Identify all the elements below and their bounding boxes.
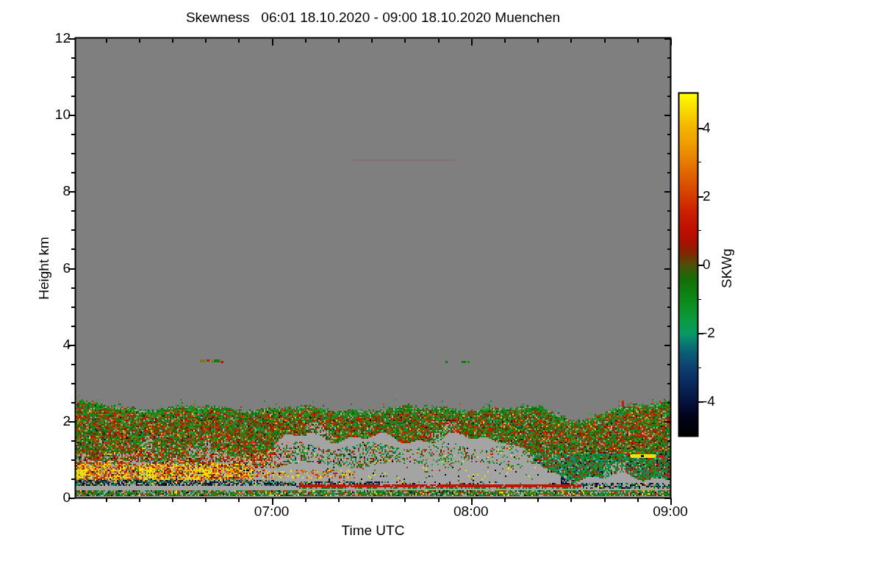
colorbar-tick-label: -2 xyxy=(703,326,735,340)
y-tick-label: 2 xyxy=(34,414,71,429)
colorbar-tick-label: 0 xyxy=(703,257,735,272)
x-axis-label: Time UTC xyxy=(76,523,670,539)
x-tick-label: 09:00 xyxy=(639,504,701,519)
y-tick-label: 8 xyxy=(34,184,71,198)
x-tick-label: 07:00 xyxy=(241,504,303,519)
y-tick-label: 12 xyxy=(34,31,71,46)
chart-title: Skewness 06:01 18.10.2020 - 09:00 18.10.… xyxy=(76,10,670,26)
y-tick-label: 0 xyxy=(34,490,71,505)
colorbar-tick-label: 2 xyxy=(703,189,735,204)
x-tick-label: 08:00 xyxy=(440,504,502,519)
colorbar-tick-label: -4 xyxy=(703,394,735,409)
y-tick-label: 10 xyxy=(34,107,71,122)
y-tick-label: 6 xyxy=(34,261,71,276)
chart-figure: Skewness 06:01 18.10.2020 - 09:00 18.10.… xyxy=(0,0,882,588)
skewness-heatmap-canvas xyxy=(0,0,882,588)
colorbar-tick-label: 4 xyxy=(703,121,735,135)
y-tick-label: 4 xyxy=(34,337,71,352)
